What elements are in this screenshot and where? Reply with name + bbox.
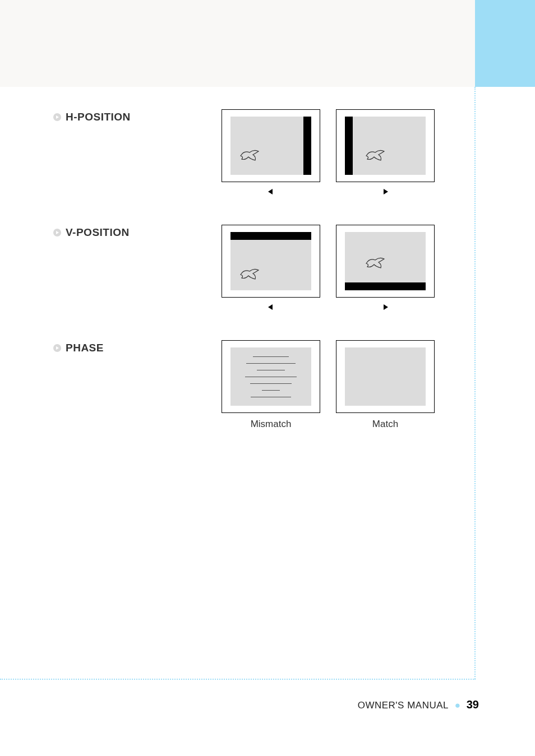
diagram-col bbox=[222, 225, 435, 312]
footer-page-number: 39 bbox=[467, 698, 479, 711]
triangle-left-icon bbox=[268, 303, 274, 312]
svg-marker-6 bbox=[56, 346, 59, 350]
label-col: V-POSITION bbox=[53, 225, 222, 239]
section-h-position: H-POSITION bbox=[53, 109, 457, 197]
screen-frame bbox=[336, 109, 435, 182]
page-footer: OWNER'S MANUAL ● 39 bbox=[358, 698, 479, 711]
v-pos-top-diagram bbox=[222, 225, 320, 312]
screen-frame bbox=[222, 109, 320, 182]
phase-match-diagram: Match bbox=[336, 340, 435, 430]
black-bar-right bbox=[303, 117, 311, 175]
black-bar-left bbox=[345, 117, 353, 175]
h-position-label: H-POSITION bbox=[66, 111, 131, 123]
main-content: H-POSITION bbox=[53, 109, 457, 458]
svg-marker-2 bbox=[384, 189, 388, 194]
label-col: PHASE bbox=[53, 340, 222, 354]
v-position-label: V-POSITION bbox=[66, 226, 130, 239]
dotted-border-right bbox=[474, 87, 476, 679]
bullet-icon bbox=[53, 113, 61, 121]
bird-icon bbox=[238, 266, 261, 282]
screen-inner bbox=[345, 232, 426, 290]
screen-frame bbox=[336, 340, 435, 413]
screen-frame bbox=[222, 340, 320, 413]
screen-inner bbox=[230, 232, 311, 290]
screen-inner bbox=[345, 117, 426, 175]
screen-frame bbox=[336, 225, 435, 298]
bird-icon bbox=[364, 147, 386, 164]
svg-marker-5 bbox=[384, 304, 388, 310]
black-bar-bottom bbox=[345, 282, 426, 290]
h-pos-left-diagram bbox=[222, 109, 320, 197]
mismatch-caption: Mismatch bbox=[251, 419, 292, 430]
svg-marker-1 bbox=[268, 189, 273, 194]
svg-marker-0 bbox=[56, 115, 59, 119]
section-phase: PHASE bbox=[53, 340, 457, 430]
match-caption: Match bbox=[372, 419, 398, 430]
bird-icon bbox=[364, 254, 386, 271]
screen-frame bbox=[222, 225, 320, 298]
h-pos-right-diagram bbox=[336, 109, 435, 197]
triangle-right-icon bbox=[382, 303, 389, 312]
svg-marker-4 bbox=[268, 304, 273, 310]
svg-marker-3 bbox=[56, 231, 59, 234]
screen-inner bbox=[230, 347, 311, 406]
bird-icon bbox=[238, 147, 261, 164]
phase-mismatch-diagram: Mismatch bbox=[222, 340, 320, 430]
bullet-icon bbox=[53, 229, 61, 236]
footer-dot-icon: ● bbox=[455, 700, 460, 711]
diagram-col bbox=[222, 109, 435, 197]
phase-lines-icon bbox=[242, 353, 300, 400]
dotted-border-bottom bbox=[0, 679, 476, 680]
label-col: H-POSITION bbox=[53, 109, 222, 123]
header-band-light bbox=[0, 0, 475, 87]
black-bar-top bbox=[230, 232, 311, 240]
triangle-left-icon bbox=[268, 188, 274, 197]
triangle-right-icon bbox=[382, 188, 389, 197]
diagram-col: Mismatch Match bbox=[222, 340, 435, 430]
bullet-icon bbox=[53, 344, 61, 352]
footer-title: OWNER'S MANUAL bbox=[358, 700, 449, 711]
screen-inner bbox=[345, 347, 426, 406]
section-v-position: V-POSITION bbox=[53, 225, 457, 312]
v-pos-bottom-diagram bbox=[336, 225, 435, 312]
phase-label: PHASE bbox=[66, 342, 104, 354]
screen-inner bbox=[230, 117, 311, 175]
header-band-blue bbox=[475, 0, 535, 87]
